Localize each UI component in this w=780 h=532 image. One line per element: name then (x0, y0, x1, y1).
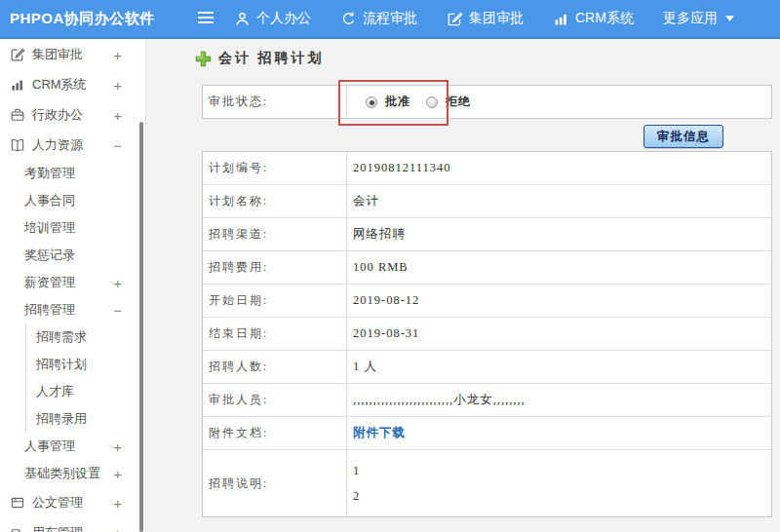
nav-item[interactable]: 个人办公 (234, 10, 311, 27)
sidebar-item-label: 集团审批 (32, 46, 83, 63)
detail-table: 计划编号:20190812111340计划名称:会计招聘渠道:网络招聘招聘费用:… (202, 151, 772, 517)
sidebar-item[interactable]: 人力资源− (0, 130, 145, 160)
field-value: 批准拒绝 (347, 86, 771, 118)
sidebar-item-label: 行政办公 (32, 106, 83, 124)
field-row: 计划编号:20190812111340 (203, 152, 771, 185)
collapse-toggle-icon[interactable]: − (113, 303, 122, 318)
field-value-text: 20190812111340 (353, 161, 451, 175)
sidebar-item[interactable]: 公文管理+ (0, 487, 145, 517)
field-label: 审批人员: (203, 384, 347, 416)
sidebar-item[interactable]: 行政办公+ (0, 99, 145, 130)
sidebar: 集团审批+CRM系统+行政办公+人力资源−考勤管理人事合同培训管理奖惩记录薪资管… (0, 39, 146, 532)
sidebar-item-label: 人事管理 (24, 437, 75, 455)
expand-toggle-icon[interactable]: + (113, 47, 122, 61)
field-row: 招聘说明:12 (203, 450, 771, 516)
expand-toggle-icon[interactable]: + (113, 467, 122, 481)
sidebar-item-label: 人力资源 (32, 136, 83, 154)
expand-toggle-icon[interactable]: + (113, 439, 122, 454)
expand-toggle-icon[interactable]: + (113, 525, 122, 532)
sidebar-item-label: 薪资管理 (24, 274, 75, 291)
expand-toggle-icon[interactable]: + (113, 107, 122, 122)
expand-toggle-icon[interactable]: + (113, 77, 122, 92)
sidebar-item[interactable]: 集团审批+ (0, 39, 145, 69)
briefcase-icon (9, 107, 25, 123)
field-label: 计划名称: (203, 185, 347, 217)
doc-icon (9, 495, 25, 511)
field-value-text: 2019-08-31 (353, 326, 419, 341)
radio-label: 拒绝 (446, 94, 471, 110)
sidebar-item[interactable]: 招聘管理− (0, 296, 145, 323)
field-row: 招聘渠道:网络招聘 (203, 218, 771, 251)
field-row: 招聘费用:100 RMB (203, 251, 771, 285)
field-label: 招聘渠道: (203, 218, 347, 250)
sidebar-item-label: CRM系统 (32, 76, 87, 94)
field-row: 招聘人数:1 人 (203, 351, 771, 384)
radio-option[interactable]: 批准 (366, 94, 410, 110)
field-row: 结束日期:2019-08-31 (203, 318, 771, 351)
nav-item-label: 更多应用 (663, 10, 718, 27)
radio-option[interactable]: 拒绝 (426, 94, 471, 110)
sidebar-item[interactable]: 人事合同 (0, 187, 145, 214)
sidebar-item[interactable]: 招聘计划 (25, 351, 145, 378)
book-icon (9, 137, 25, 153)
sidebar-item-label: 招聘管理 (24, 301, 75, 319)
sidebar-item[interactable]: 薪资管理+ (0, 269, 145, 296)
expand-toggle-icon[interactable]: + (113, 276, 122, 290)
nav-item[interactable]: 更多应用 (663, 10, 734, 27)
bar-chart-icon (9, 77, 25, 93)
field-row: 计划名称:会计 (203, 185, 771, 218)
sidebar-item[interactable]: 招聘录用 (25, 405, 145, 433)
page-title-text: 会计 招聘计划 (218, 50, 325, 67)
field-value: 100 RMB (347, 251, 771, 284)
edit-square-icon (9, 47, 25, 62)
field-label: 结束日期: (203, 318, 347, 350)
sidebar-item-label: 基础类别设置 (24, 465, 100, 482)
approval-radio-group: 批准拒绝 (353, 94, 471, 110)
field-value: 2019-08-31 (347, 318, 771, 350)
sidebar-item[interactable]: 用车管理+ (0, 517, 145, 532)
nav-item[interactable]: CRM系统 (553, 10, 634, 27)
sidebar-item[interactable]: 培训管理 (0, 214, 145, 242)
refresh-icon (340, 11, 357, 27)
sidebar-item[interactable]: 人才库 (25, 378, 145, 405)
topbar-nav: 个人办公流程审批集团审批CRM系统更多应用 (234, 10, 734, 27)
field-value-line: 2 (353, 489, 360, 504)
approval-info-button[interactable]: 审批信息 (644, 125, 723, 148)
page-title: 会计 招聘计划 (195, 50, 325, 67)
field-value: 1 人 (347, 351, 771, 383)
sidebar-item-label: 人才库 (36, 383, 74, 400)
nav-item-label: 个人办公 (256, 10, 311, 27)
sidebar-item-label: 奖惩记录 (24, 247, 75, 264)
sidebar-item[interactable]: 奖惩记录 (0, 242, 145, 269)
expand-toggle-icon[interactable]: + (113, 495, 122, 510)
car-icon (9, 525, 25, 532)
field-value: ,,,,,,,,,,,,,,,,,,,,,,,,,小龙女,,,,,,,, (347, 384, 771, 416)
field-label: 审批状态: (203, 86, 347, 118)
sidebar-item[interactable]: 基础类别设置+ (0, 460, 145, 487)
nav-item-label: 流程审批 (363, 10, 417, 27)
collapse-toggle-icon[interactable]: − (113, 137, 122, 152)
app-logo: PHPOA协同办公软件 (0, 10, 146, 28)
field-label: 招聘说明: (203, 450, 347, 516)
nav-item[interactable]: 流程审批 (340, 10, 417, 27)
field-row: 审批状态: 批准拒绝 (203, 86, 771, 118)
field-value-text: 网络招聘 (353, 226, 406, 243)
hamburger-menu-icon[interactable] (197, 11, 216, 26)
field-label: 招聘费用: (203, 251, 347, 284)
radio-unselected-icon[interactable] (426, 96, 438, 108)
field-value: 2019-08-12 (347, 285, 771, 317)
approval-status-table: 审批状态: 批准拒绝 (202, 85, 772, 119)
sidebar-item-label: 公文管理 (32, 494, 83, 512)
radio-selected-icon[interactable] (366, 96, 377, 108)
sidebar-item[interactable]: CRM系统+ (0, 69, 145, 99)
sidebar-item[interactable]: 招聘需求 (25, 323, 145, 351)
sidebar-scrollbar[interactable] (139, 122, 143, 532)
sidebar-item[interactable]: 考勤管理 (0, 160, 145, 187)
nav-item-label: CRM系统 (575, 10, 634, 27)
sidebar-item[interactable]: 人事管理+ (0, 433, 145, 460)
sidebar-item-label: 考勤管理 (24, 165, 75, 182)
button-row: 审批信息 (202, 119, 772, 151)
field-label: 附件文档: (203, 417, 347, 449)
attachment-download-link[interactable]: 附件下载 (353, 425, 406, 441)
nav-item[interactable]: 集团审批 (447, 10, 524, 27)
